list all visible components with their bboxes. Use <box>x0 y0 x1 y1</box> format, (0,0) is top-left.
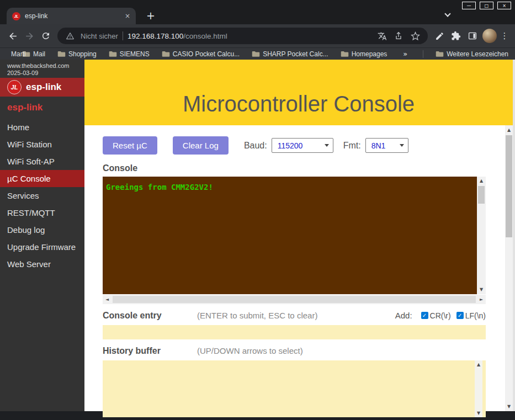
checkbox-checked-icon[interactable]: ✓ <box>421 312 428 319</box>
folder-icon <box>109 50 117 57</box>
bookmark-label: SIEMENS <box>120 50 150 58</box>
lf-checkbox[interactable]: ✓ LF(\n) <box>456 311 486 320</box>
sidebar-item-services[interactable]: Services <box>0 187 84 204</box>
bookmarks-bar: Marti Mail Shopping SIEMENS CASIO Pocket… <box>0 47 515 60</box>
scroll-right-icon[interactable]: ► <box>477 295 486 304</box>
console-page: Reset µC Clear Log Baud: 115200 Fmt: 8N1… <box>84 125 513 417</box>
sidebar-item-debug-log[interactable]: Debug log <box>0 221 84 238</box>
bookmark-item-shopping[interactable]: Shopping <box>57 50 97 58</box>
reset-uc-button[interactable]: Reset µC <box>103 136 157 155</box>
bookmark-item-siemens[interactable]: SIEMENS <box>109 50 150 58</box>
bookmarks-overflow-icon[interactable]: » <box>400 50 411 58</box>
baud-select[interactable]: 115200 <box>272 138 333 153</box>
minimize-button[interactable]: — <box>462 2 476 9</box>
console-vertical-scrollbar[interactable]: ▲ ▼ <box>477 177 486 294</box>
bookmark-label: Shopping <box>68 50 97 58</box>
reload-icon[interactable] <box>38 28 54 44</box>
bookmark-item-homepages[interactable]: Homepages <box>341 50 387 58</box>
history-scrollbar[interactable]: ▲ ▼ <box>475 360 482 417</box>
esp-link-favicon-icon: JL <box>12 12 20 20</box>
page-title: Microcontroller Console <box>183 92 415 116</box>
security-label[interactable]: Nicht sicher <box>81 32 118 40</box>
add-options: Add: ✓ CR(\r) ✓ LF(\n) <box>395 311 486 320</box>
scroll-up-icon[interactable]: ▲ <box>475 360 482 369</box>
scrollbar-thumb[interactable] <box>506 135 512 237</box>
console-output[interactable]: Greeings from CMM2G2V2! ▲ ▼ <box>103 177 486 294</box>
sidebar-menu: Home WiFi Station WiFi Soft-AP µC Consol… <box>0 119 84 273</box>
menu-kebab-icon[interactable]: ⋮ <box>498 28 511 44</box>
logo-title: esp-link <box>26 82 61 93</box>
new-tab-button[interactable]: + <box>144 8 158 23</box>
sidebar-item-rest-mqtt[interactable]: REST/MQTT <box>0 204 84 221</box>
folder-icon <box>162 50 170 57</box>
tab-search-chevron-icon[interactable] <box>443 12 452 20</box>
not-secure-warning-icon[interactable] <box>64 30 76 42</box>
tab-close-icon[interactable]: × <box>125 12 130 20</box>
scroll-left-icon[interactable]: ◄ <box>103 295 112 304</box>
history-buffer[interactable]: ▲ ▼ <box>103 360 486 417</box>
page-scrollbar[interactable]: ▲ ▼ <box>505 125 513 411</box>
folder-icon <box>436 50 444 57</box>
maximize-button[interactable]: □ <box>480 2 493 9</box>
logo-band: JL esp-link <box>0 78 84 97</box>
share-icon[interactable] <box>392 30 405 42</box>
forward-icon[interactable] <box>21 28 38 44</box>
sidebar-item-home[interactable]: Home <box>0 119 84 136</box>
extensions-puzzle-icon[interactable] <box>448 28 464 44</box>
cr-checkbox[interactable]: ✓ CR(\r) <box>421 311 451 320</box>
sidebar-item-wifi-soft-ap[interactable]: WiFi Soft-AP <box>0 153 84 170</box>
main-area: Microcontroller Console Reset µC Clear L… <box>84 60 513 411</box>
console-entry-header: Console entry (ENTER to submit, ESC to c… <box>103 311 486 321</box>
browser-tab[interactable]: JL esp-link × <box>7 8 136 24</box>
side-panel-icon[interactable] <box>464 28 481 44</box>
browser-window: JL esp-link × + — □ × Nicht sicher 192 <box>0 0 515 420</box>
page-content: www.thebackshed.com 2025-03-09 JL esp-li… <box>0 60 515 411</box>
site-note-url[interactable]: www.thebackshed.com <box>7 62 84 70</box>
bookmark-star-icon[interactable] <box>409 30 421 42</box>
site-note[interactable]: www.thebackshed.com 2025-03-09 <box>0 60 84 78</box>
browser-toolbar: Nicht sicher 192.168.178.100/console.htm… <box>0 24 515 47</box>
back-icon[interactable] <box>4 28 21 44</box>
cr-label: CR(\r) <box>430 311 451 320</box>
console-horizontal-scrollbar[interactable]: ◄ ► <box>103 295 486 304</box>
fmt-label: Fmt: <box>343 141 361 151</box>
esp-link-logo-icon: JL <box>7 80 22 94</box>
address-bar[interactable]: Nicht sicher 192.168.178.100/console.htm… <box>57 28 428 44</box>
sidebar-item-web-server[interactable]: Web Server <box>0 256 84 273</box>
baud-value: 115200 <box>278 141 303 150</box>
history-label: History buffer <box>103 346 197 356</box>
scroll-down-icon[interactable]: ▼ <box>475 409 482 417</box>
bookmark-item-casio[interactable]: CASIO Pocket Calcu... <box>162 50 240 58</box>
close-button[interactable]: × <box>497 2 511 9</box>
console-entry-hint: (ENTER to submit, ESC to clear) <box>197 311 317 320</box>
fmt-select[interactable]: 8N1 <box>365 138 408 153</box>
chevron-down-icon <box>444 10 450 17</box>
sidebar-item-wifi-station[interactable]: WiFi Station <box>0 136 84 153</box>
scrollbar-thumb[interactable] <box>113 296 476 303</box>
site-note-date: 2025-03-09 <box>7 70 84 77</box>
scrollbar-thumb[interactable] <box>478 186 485 204</box>
scroll-up-icon[interactable]: ▲ <box>505 125 513 135</box>
checkbox-checked-icon[interactable]: ✓ <box>456 312 464 319</box>
tab-title: esp-link <box>25 12 120 20</box>
history-hint: (UP/DOWN arrows to select) <box>197 346 303 355</box>
other-bookmarks-folder[interactable]: Weitere Lesezeichen <box>436 50 508 58</box>
scroll-down-icon[interactable]: ▼ <box>505 402 513 411</box>
scroll-up-icon[interactable]: ▲ <box>477 177 486 185</box>
clear-log-button[interactable]: Clear Log <box>173 136 229 155</box>
bookmark-item-ghost[interactable]: Marti <box>11 50 26 58</box>
console-entry-input[interactable] <box>103 325 486 339</box>
bookmark-item-sharp[interactable]: SHARP Pocket Calc... <box>252 50 328 58</box>
profile-avatar[interactable] <box>482 29 497 43</box>
sidebar-item-upgrade-firmware[interactable]: Upgrade Firmware <box>0 238 84 256</box>
history-header: History buffer (UP/DOWN arrows to select… <box>103 346 486 356</box>
url-text[interactable]: 192.168.178.100/console.html <box>128 32 227 40</box>
scroll-down-icon[interactable]: ▼ <box>477 285 486 294</box>
console-label: Console <box>103 163 513 173</box>
fmt-value: 8N1 <box>371 141 386 150</box>
pen-extension-icon[interactable] <box>431 28 448 44</box>
translate-icon[interactable] <box>376 30 388 42</box>
sidebar-item-uc-console[interactable]: µC Console <box>0 170 84 187</box>
window-controls: — □ × <box>462 2 511 9</box>
console-entry-label: Console entry <box>103 311 197 321</box>
